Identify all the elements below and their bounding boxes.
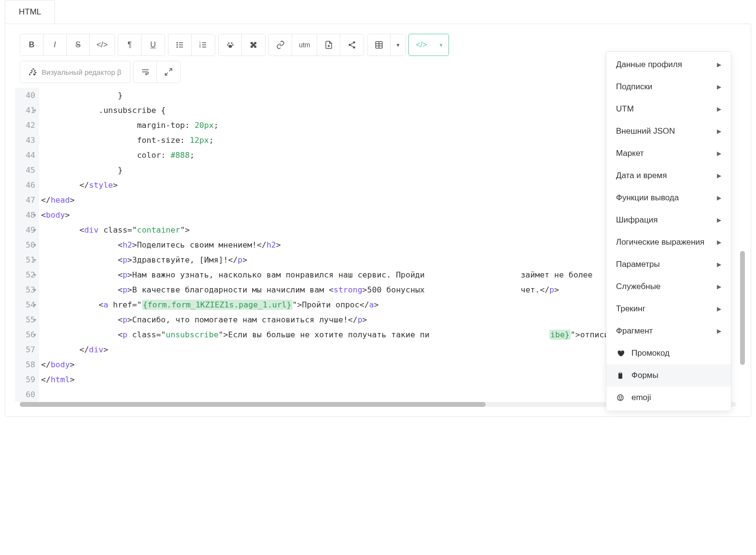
code-icon: </> [97, 41, 108, 49]
ul-icon [176, 41, 184, 49]
paragraph-button[interactable]: ¶ [118, 34, 141, 56]
dropdown-item[interactable]: emoji [606, 387, 731, 409]
dropdown-item-label: Служебные [616, 282, 660, 291]
clipboard-icon [616, 372, 625, 379]
dropdown-item[interactable]: Функции вывода▶ [606, 187, 731, 209]
strike-button[interactable]: S [67, 34, 90, 56]
chevron-right-icon: ▶ [717, 328, 721, 334]
dropdown-item-label: Логические выражения [616, 237, 704, 247]
cubes-icon [29, 68, 38, 76]
share-icon [348, 41, 356, 49]
tab-html[interactable]: HTML [5, 0, 55, 24]
dropdown-item[interactable]: UTM▶ [606, 98, 731, 120]
smile-icon [616, 394, 625, 402]
scrollbar-thumb[interactable] [740, 251, 745, 365]
utm-button[interactable]: utm [292, 34, 317, 56]
dropdown-item-label: Параметры [616, 260, 660, 269]
svg-point-16 [228, 45, 232, 48]
table-button[interactable] [367, 34, 391, 56]
dropdown-item[interactable]: Внешний JSON▶ [606, 120, 731, 142]
wrap-button[interactable] [134, 61, 157, 83]
dropdown-item[interactable]: Данные профиля▶ [606, 54, 731, 76]
svg-text:3: 3 [199, 45, 201, 48]
utm-label: utm [299, 41, 310, 49]
dropdown-item[interactable]: Служебные▶ [606, 276, 731, 298]
svg-point-34 [619, 397, 619, 397]
dropdown-item-label: Дата и время [616, 171, 667, 180]
fullscreen-button[interactable] [157, 61, 180, 83]
expand-icon [164, 68, 173, 76]
ordered-list-button[interactable]: 123 [192, 34, 215, 56]
dropdown-item[interactable]: Формы [606, 364, 731, 387]
svg-line-21 [351, 43, 353, 44]
italic-button[interactable]: I [43, 34, 67, 56]
caret-down-icon: ▼ [439, 42, 444, 48]
dropdown-item-label: Функции вывода [616, 193, 679, 203]
wrap-icon [141, 68, 150, 76]
vertical-scrollbar[interactable] [740, 72, 745, 397]
dropdown-item-label: Промокод [631, 348, 670, 358]
document-button[interactable] [317, 34, 340, 56]
svg-line-29 [169, 69, 172, 71]
puzzle-button[interactable] [242, 34, 265, 56]
dropdown-item-label: Подписки [616, 82, 652, 92]
share-button[interactable] [340, 34, 364, 56]
code-bracket-icon: </> [416, 41, 427, 49]
paw-icon [226, 41, 235, 49]
caret-down-icon: ▼ [396, 42, 401, 48]
svg-line-22 [351, 45, 353, 47]
visual-editor-button[interactable]: Визуальный редактор β [20, 61, 130, 83]
dropdown-item[interactable]: Фрагмент▶ [606, 320, 731, 342]
insert-code-button[interactable]: </> [409, 34, 434, 56]
pilcrow-icon: ¶ [127, 41, 132, 49]
chevron-right-icon: ▶ [717, 239, 721, 246]
scrollbar-thumb[interactable] [20, 402, 486, 407]
tab-label: HTML [19, 7, 41, 16]
dropdown-item[interactable]: Шифрация▶ [606, 209, 731, 231]
file-icon [324, 41, 333, 49]
svg-point-35 [621, 397, 621, 397]
link-icon [276, 41, 285, 49]
svg-point-18 [353, 42, 356, 44]
dropdown-item-label: Формы [631, 371, 658, 380]
dropdown-item-label: Шифрация [616, 215, 658, 225]
dropdown-item-label: emoji [631, 393, 651, 402]
svg-point-19 [349, 44, 351, 46]
svg-rect-31 [618, 373, 622, 379]
link-button[interactable] [269, 34, 292, 56]
visual-editor-label: Визуальный редактор β [42, 68, 121, 76]
svg-rect-32 [619, 372, 621, 374]
dropdown-item[interactable]: Подписки▶ [606, 76, 731, 98]
chevron-right-icon: ▶ [717, 283, 721, 290]
dropdown-item[interactable]: Логические выражения▶ [606, 231, 731, 253]
chevron-right-icon: ▶ [717, 61, 721, 68]
chevron-right-icon: ▶ [717, 83, 721, 90]
dropdown-item[interactable]: Промокод [606, 342, 731, 364]
svg-point-14 [227, 44, 228, 46]
chevron-right-icon: ▶ [717, 261, 721, 268]
ol-icon: 123 [199, 41, 208, 49]
svg-point-2 [177, 44, 178, 45]
table-dropdown-button[interactable]: ▼ [391, 34, 405, 56]
paw-button[interactable] [219, 34, 242, 56]
dropdown-item[interactable]: Параметры▶ [606, 253, 731, 276]
underline-button[interactable]: U [141, 34, 165, 56]
table-icon [375, 41, 383, 49]
chevron-right-icon: ▶ [717, 217, 721, 223]
dropdown-item-label: Трекинг [616, 304, 645, 314]
dropdown-item[interactable]: Маркет▶ [606, 142, 731, 165]
insert-code-dropdown-button[interactable]: ▼ [434, 34, 448, 56]
svg-line-30 [166, 73, 168, 75]
puzzle-icon [249, 41, 258, 49]
unordered-list-button[interactable] [168, 34, 192, 56]
chevron-right-icon: ▶ [717, 305, 721, 312]
code-button[interactable]: </> [90, 34, 114, 56]
editor-panel: B I S </> ¶ U 123 [5, 24, 751, 417]
bold-button[interactable]: B [20, 34, 43, 56]
chevron-right-icon: ▶ [717, 150, 721, 157]
dropdown-item[interactable]: Трекинг▶ [606, 298, 731, 320]
dropdown-item[interactable]: Дата и время▶ [606, 165, 731, 187]
svg-point-12 [228, 42, 229, 44]
dropdown-item-label: Данные профиля [616, 60, 682, 69]
dropdown-item-label: Внешний JSON [616, 126, 675, 136]
